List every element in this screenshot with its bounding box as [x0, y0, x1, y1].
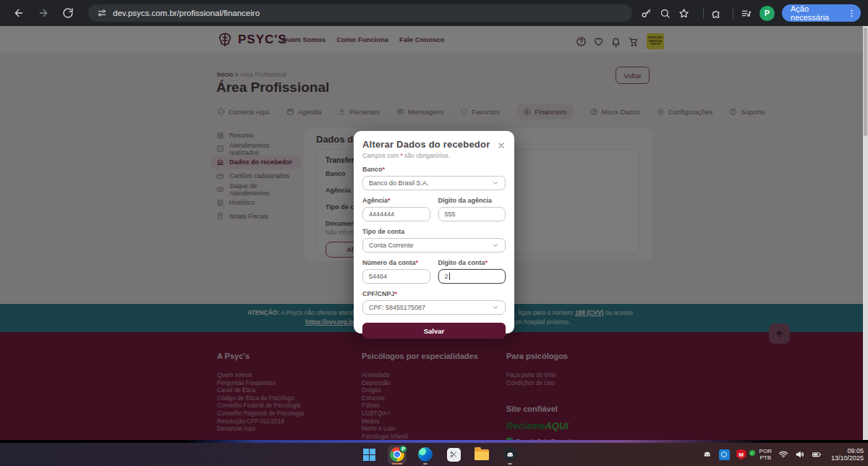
close-icon[interactable] — [497, 140, 506, 148]
banco-select[interactable]: Banco do Brasil S.A. — [362, 176, 506, 190]
tab-list-icon[interactable] — [741, 8, 752, 19]
site-info-icon[interactable] — [97, 8, 107, 18]
discord-tray-icon[interactable] — [702, 449, 712, 459]
chevron-down-icon — [492, 179, 499, 187]
chrome-taskbar-button[interactable]: P — [388, 445, 407, 464]
edge-taskbar-button[interactable] — [416, 445, 435, 464]
cpf-cnpj-select[interactable]: CPF: 58455175087 — [362, 300, 506, 315]
language-indicator[interactable]: POR PTB — [760, 448, 772, 461]
url-text[interactable]: dev.psycs.com.br/profissional/financeiro — [113, 9, 260, 17]
numero-conta-input[interactable] — [362, 269, 430, 284]
tipo-conta-field-label: Tipo de conta — [362, 228, 506, 235]
chevron-down-icon — [492, 242, 499, 249]
snipping-tool-button[interactable] — [444, 445, 463, 464]
date: 13/10/2025 — [831, 454, 864, 462]
page-viewport: PSYC'S Quem Somos Como Funciona Fale Con… — [0, 26, 868, 440]
address-bar[interactable]: dev.psycs.com.br/profissional/financeiro — [88, 4, 632, 22]
profile-avatar[interactable]: P — [760, 6, 775, 21]
action-needed-button[interactable]: Ação necessária — [782, 4, 861, 22]
toolbar-divider — [733, 7, 733, 19]
screen: dev.psycs.com.br/profissional/financeiro… — [0, 0, 868, 466]
toolbar-divider — [703, 7, 704, 19]
system-tray: M ✓ POR PTB 09:05 13/10/2025 — [702, 443, 864, 466]
browser-toolbar: dev.psycs.com.br/profissional/financeiro… — [0, 0, 868, 26]
wifi-icon[interactable] — [778, 449, 788, 459]
tipo-conta-select[interactable]: Conta Corrente — [362, 238, 506, 253]
windows-taskbar: P M ✓ POR PTB — [0, 443, 868, 466]
folder-icon — [475, 449, 489, 460]
windows-logo-icon — [363, 449, 375, 461]
toolbar-right: P Ação necessária — [641, 4, 868, 22]
edge-icon — [418, 447, 433, 462]
bookmark-star-icon[interactable] — [678, 8, 689, 19]
discord-taskbar-button[interactable] — [501, 445, 519, 464]
modal-subtitle: Campos com * são obrigatórios. — [362, 152, 506, 159]
text-caret — [449, 273, 450, 280]
numero-conta-field-label: Número da conta* — [362, 259, 430, 266]
taskbar-apps: P — [359, 443, 519, 466]
scrollbar-thumb[interactable] — [864, 27, 867, 136]
chrome-icon: P — [390, 447, 404, 462]
digito-conta-field-label: Dígito da conta* — [438, 259, 506, 266]
chrome-profile-badge: P — [399, 445, 407, 453]
extensions-puzzle-icon[interactable] — [711, 8, 722, 19]
digito-agencia-field-label: Dígito da agência — [438, 197, 506, 204]
tray-app-icon[interactable] — [719, 449, 730, 460]
battery-icon[interactable] — [812, 449, 822, 459]
modal-title: Alterar Dados do recebedor — [362, 139, 490, 150]
clock[interactable]: 09:05 13/10/2025 — [831, 447, 864, 462]
reload-icon[interactable] — [62, 7, 74, 19]
agencia-field-label: Agência* — [362, 197, 430, 204]
zoom-icon[interactable] — [660, 8, 671, 19]
file-explorer-button[interactable] — [472, 445, 491, 464]
back-icon[interactable] — [13, 7, 25, 19]
mcafee-icon[interactable]: M — [736, 449, 746, 460]
action-needed-label: Ação necessária — [791, 4, 843, 22]
agencia-input[interactable] — [362, 207, 430, 221]
digito-conta-input[interactable]: 2 — [438, 269, 506, 284]
banco-field-label: Banco* — [362, 166, 506, 173]
digito-agencia-input[interactable] — [438, 207, 506, 221]
start-button[interactable] — [359, 445, 378, 464]
page-scrollbar[interactable] — [863, 26, 868, 440]
password-key-icon[interactable] — [641, 8, 652, 19]
forward-icon[interactable] — [38, 7, 49, 19]
chevron-down-icon — [492, 304, 499, 311]
snipping-tool-icon — [447, 448, 461, 462]
speaker-icon[interactable] — [795, 449, 805, 459]
alterar-dados-modal: Alterar Dados do recebedor Campos com * … — [354, 131, 514, 334]
time: 09:05 — [831, 447, 864, 455]
menu-dots-icon[interactable] — [847, 9, 856, 18]
discord-icon — [503, 447, 517, 462]
salvar-button[interactable]: Salvar — [362, 323, 506, 339]
cpf-cnpj-field-label: CPF/CNPJ* — [362, 290, 506, 297]
